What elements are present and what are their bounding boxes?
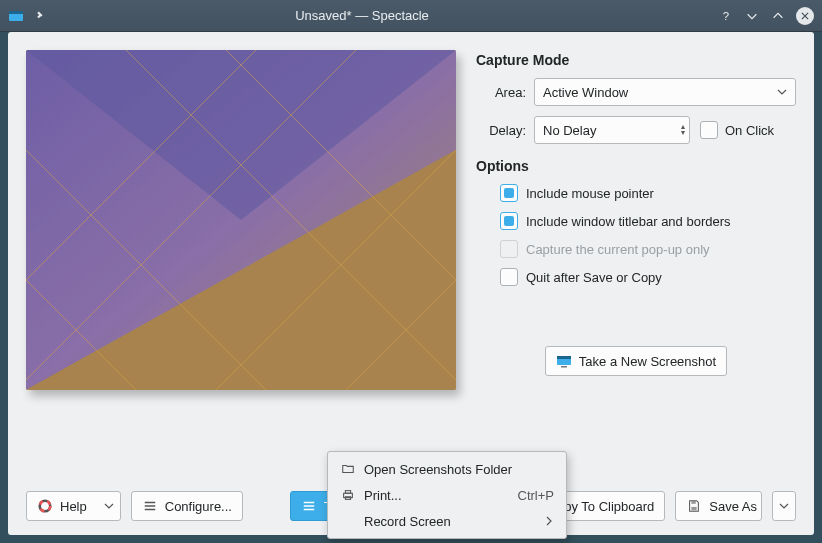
options-heading: Options — [476, 158, 796, 174]
svg-point-18 — [40, 501, 51, 512]
configure-label: Configure... — [165, 499, 232, 514]
save-icon — [686, 498, 702, 514]
chevron-right-icon — [544, 514, 554, 529]
quit-after-checkbox[interactable] — [500, 268, 518, 286]
save-as-dropdown[interactable] — [772, 491, 796, 521]
close-icon[interactable] — [796, 7, 814, 25]
hamburger-icon — [301, 498, 317, 514]
on-click-checkbox[interactable] — [700, 121, 718, 139]
maximize-icon[interactable] — [770, 8, 786, 24]
chevron-down-icon — [779, 499, 789, 514]
help-button[interactable]: Help — [26, 491, 121, 521]
chevron-down-icon — [98, 499, 114, 514]
settings-panel: Capture Mode Area: Active Window Delay: … — [476, 50, 796, 392]
area-label: Area: — [476, 85, 534, 100]
configure-button[interactable]: Configure... — [131, 491, 243, 521]
include-titlebar-label: Include window titlebar and borders — [526, 214, 731, 229]
include-pointer-label: Include mouse pointer — [526, 186, 654, 201]
take-screenshot-button[interactable]: Take a New Screenshot — [545, 346, 727, 376]
folder-icon — [340, 462, 356, 476]
area-select[interactable]: Active Window — [534, 78, 796, 106]
hamburger-icon — [142, 498, 158, 514]
svg-rect-15 — [557, 356, 571, 359]
delay-label: Delay: — [476, 123, 534, 138]
save-as-label: Save As — [709, 499, 757, 514]
help-label: Help — [60, 499, 87, 514]
menu-record-screen[interactable]: Record Screen — [328, 508, 566, 534]
printer-icon — [340, 488, 356, 502]
chevron-down-icon — [777, 87, 787, 97]
menu-open-folder[interactable]: Open Screenshots Folder — [328, 456, 566, 482]
capture-mode-heading: Capture Mode — [476, 52, 796, 68]
menu-print[interactable]: Print... Ctrl+P — [328, 482, 566, 508]
include-pointer-checkbox[interactable] — [500, 184, 518, 202]
svg-rect-25 — [692, 501, 696, 504]
quit-after-label: Quit after Save or Copy — [526, 270, 662, 285]
monitor-icon — [556, 353, 572, 369]
svg-rect-27 — [345, 491, 350, 494]
delay-value: No Delay — [543, 123, 681, 138]
window-title: Unsaved* — Spectacle — [46, 8, 718, 23]
menu-open-folder-label: Open Screenshots Folder — [364, 462, 554, 477]
on-click-label: On Click — [725, 123, 774, 138]
pin-icon[interactable] — [30, 8, 46, 24]
delay-spinbox[interactable]: No Delay ▴▾ — [534, 116, 690, 144]
titlebar: Unsaved* — Spectacle ? — [0, 0, 822, 32]
take-screenshot-label: Take a New Screenshot — [579, 354, 716, 369]
minimize-icon[interactable] — [744, 8, 760, 24]
svg-rect-16 — [561, 366, 567, 368]
lifebuoy-icon — [37, 498, 53, 514]
svg-text:?: ? — [723, 9, 729, 21]
include-titlebar-checkbox[interactable] — [500, 212, 518, 230]
app-icon — [8, 8, 24, 24]
menu-print-shortcut: Ctrl+P — [518, 488, 554, 503]
help-icon[interactable]: ? — [718, 8, 734, 24]
capture-popup-label: Capture the current pop-up only — [526, 242, 710, 257]
save-as-button[interactable]: Save As — [675, 491, 762, 521]
tools-menu: Open Screenshots Folder Print... Ctrl+P … — [327, 451, 567, 539]
menu-print-label: Print... — [364, 488, 510, 503]
svg-rect-24 — [692, 507, 697, 511]
screenshot-preview — [26, 50, 456, 390]
menu-record-label: Record Screen — [364, 514, 536, 529]
area-value: Active Window — [543, 85, 777, 100]
svg-rect-1 — [9, 11, 23, 14]
capture-popup-checkbox — [500, 240, 518, 258]
spin-buttons[interactable]: ▴▾ — [681, 124, 685, 136]
